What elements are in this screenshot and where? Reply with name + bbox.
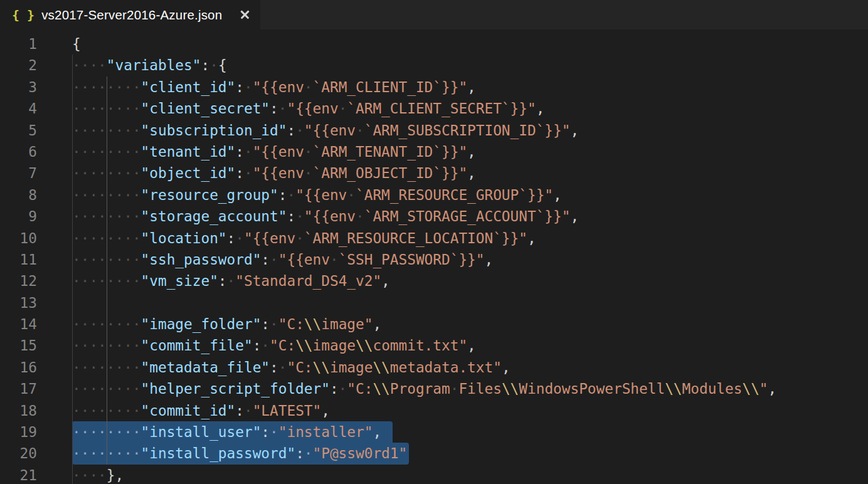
whitespace-dots: ········	[72, 381, 141, 397]
code-line-9[interactable]: 9········"storage_account":·"{{env·`ARM_…	[0, 206, 868, 227]
line-number[interactable]: 20	[0, 443, 72, 464]
json-string: "{{env	[295, 187, 347, 203]
whitespace-dots: ····	[72, 467, 107, 483]
punctuation: ,	[553, 187, 562, 203]
whitespace-dots: ·	[244, 402, 253, 419]
line-content: ········"commit_id":·"LATEST",	[72, 400, 868, 421]
code-line-4[interactable]: 4········"client_secret":·"{{env·`ARM_CL…	[0, 98, 868, 119]
line-number[interactable]: 2	[0, 55, 72, 76]
code-line-21[interactable]: 21····},	[0, 465, 868, 484]
code-line-20[interactable]: 20········"install_password":·"P@ssw0rd1…	[0, 443, 868, 464]
whitespace-dots: ········	[72, 208, 141, 224]
whitespace-dots: ·	[244, 144, 253, 160]
line-content: ········"tenant_id":·"{{env·`ARM_TENANT_…	[72, 141, 868, 162]
code-line-7[interactable]: 7········"object_id":·"{{env·`ARM_OBJECT…	[0, 162, 868, 184]
line-content: ····},	[72, 465, 868, 484]
code-line-3[interactable]: 3········"client_id":·"{{env·`ARM_CLIENT…	[0, 76, 868, 98]
punctuation: :	[287, 208, 295, 224]
line-number[interactable]: 19	[0, 421, 72, 443]
line-content: ········"client_id":·"{{env·`ARM_CLIENT_…	[72, 76, 868, 98]
code-line-14[interactable]: 14········"image_folder":·"C:\\image",	[0, 313, 868, 335]
code-text: ········"install_user":·"installer",	[72, 421, 381, 443]
code-text: ········"image_folder":·"C:\\image",	[72, 313, 381, 335]
code-text: ····"variables":·{	[72, 55, 227, 76]
code-text: ········"helper_script_folder":·"C:\\Pro…	[72, 378, 776, 399]
whitespace-dots: ·	[261, 337, 270, 354]
whitespace-dots: ·	[304, 445, 313, 461]
whitespace-dots: ········	[72, 337, 141, 354]
json-string: image	[330, 359, 373, 376]
whitespace-dots: ·	[295, 230, 304, 246]
whitespace-dots: ·	[244, 79, 253, 95]
json-key: "install_password"	[141, 445, 296, 461]
tab-vs2017-server2016-azure-json[interactable]: { } vs2017-Server2016-Azure.json	[0, 0, 260, 29]
code-line-1[interactable]: 1{	[0, 33, 868, 55]
line-content: {	[72, 33, 868, 55]
code-text: ········"tenant_id":·"{{env·`ARM_TENANT_…	[72, 141, 476, 162]
code-text: ········"ssh_password":·"{{env·`SSH_PASS…	[72, 249, 493, 270]
punctuation: :	[295, 445, 304, 461]
line-number[interactable]: 12	[0, 270, 72, 292]
line-number[interactable]: 16	[0, 357, 72, 378]
vscode-window: { } vs2017-Server2016-Azure.json 1{2····…	[0, 0, 868, 484]
code-line-18[interactable]: 18········"commit_id":·"LATEST",	[0, 400, 868, 421]
code-line-16[interactable]: 16········"metadata_file":·"C:\\image\\m…	[0, 357, 868, 378]
code-line-6[interactable]: 6········"tenant_id":·"{{env·`ARM_TENANT…	[0, 141, 868, 162]
json-string: commit.txt"	[373, 337, 467, 354]
code-line-8[interactable]: 8········"resource_group":·"{{env·`ARM_R…	[0, 184, 868, 206]
code-text: ········"vm_size":·"Standard_DS4_v2",	[72, 270, 390, 292]
punctuation: :	[261, 316, 270, 332]
json-string: "C:	[278, 316, 304, 332]
line-number[interactable]: 15	[0, 335, 72, 356]
code-line-19[interactable]: 19········"install_user":·"installer",	[0, 421, 868, 443]
line-number[interactable]: 11	[0, 249, 72, 270]
code-line-11[interactable]: 11········"ssh_password":·"{{env·`SSH_PA…	[0, 249, 868, 270]
code-line-15[interactable]: 15········"commit_file":·"C:\\image\\com…	[0, 335, 868, 356]
line-number[interactable]: 6	[0, 141, 72, 162]
whitespace-dots: ·	[304, 165, 313, 181]
line-number[interactable]: 4	[0, 98, 72, 119]
punctuation: :	[287, 122, 295, 139]
editor-pane[interactable]: 1{2····"variables":·{3········"client_id…	[0, 29, 868, 484]
code-area: 1{2····"variables":·{3········"client_id…	[0, 33, 868, 484]
json-key: "install_user"	[141, 424, 262, 440]
line-content: ········"metadata_file":·"C:\\image\\met…	[72, 357, 868, 378]
code-text: ········"metadata_file":·"C:\\image\\met…	[72, 357, 511, 378]
whitespace-dots: ·	[339, 381, 347, 397]
json-key: "resource_group"	[141, 187, 278, 203]
whitespace-dots: ········	[72, 230, 141, 246]
json-key: "ssh_password"	[141, 251, 262, 268]
line-number[interactable]: 1	[0, 33, 72, 55]
punctuation: ,	[536, 100, 545, 117]
line-number[interactable]: 14	[0, 313, 72, 335]
line-number[interactable]: 10	[0, 228, 72, 249]
line-number[interactable]: 21	[0, 465, 72, 484]
json-string: `ARM_RESOURCE_GROUP`}}"	[356, 187, 553, 203]
code-line-13[interactable]: 13	[0, 292, 868, 313]
whitespace-dots: ····	[72, 57, 107, 73]
line-number[interactable]: 13	[0, 292, 72, 313]
code-line-5[interactable]: 5········"subscription_id":·"{{env·`ARM_…	[0, 120, 868, 141]
line-number[interactable]: 5	[0, 120, 72, 141]
punctuation: :	[235, 165, 244, 181]
json-file-icon: { }	[12, 8, 34, 23]
line-number[interactable]: 7	[0, 162, 72, 184]
code-line-17[interactable]: 17········"helper_script_folder":·"C:\\P…	[0, 378, 868, 399]
line-number[interactable]: 3	[0, 76, 72, 98]
code-line-2[interactable]: 2····"variables":·{	[0, 55, 868, 76]
punctuation: :	[270, 359, 278, 376]
whitespace-dots: ·	[209, 57, 218, 73]
line-number[interactable]: 9	[0, 206, 72, 227]
punctuation: :	[278, 187, 287, 203]
indent-guide	[72, 292, 73, 313]
json-key: "variables"	[107, 57, 201, 73]
line-number[interactable]: 18	[0, 400, 72, 421]
code-text: ········"storage_account":·"{{env·`ARM_S…	[72, 206, 579, 227]
json-key: "helper_script_folder"	[141, 381, 330, 397]
punctuation: ,	[570, 208, 579, 224]
code-line-10[interactable]: 10········"location":·"{{env·`ARM_RESOUR…	[0, 228, 868, 249]
code-line-12[interactable]: 12········"vm_size":·"Standard_DS4_v2",	[0, 270, 868, 292]
line-number[interactable]: 8	[0, 184, 72, 206]
close-tab-icon[interactable]	[240, 9, 250, 20]
line-number[interactable]: 17	[0, 378, 72, 399]
